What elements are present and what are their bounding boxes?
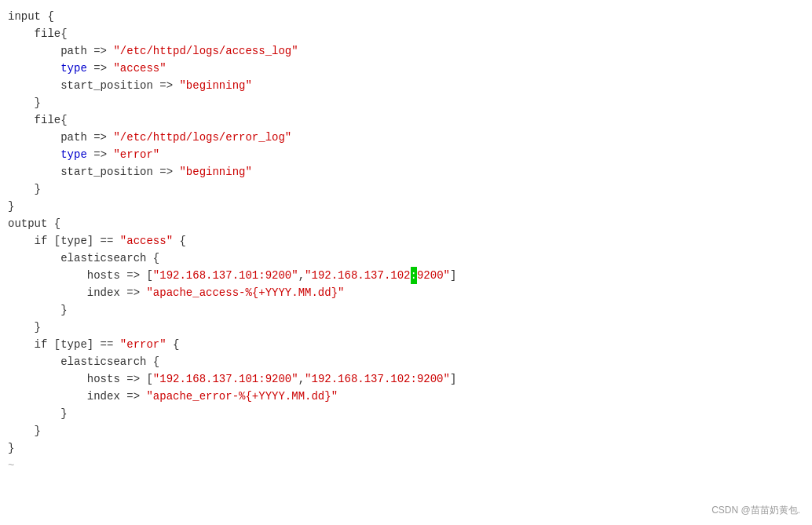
code-text: type => "access" — [8, 60, 166, 77]
code-line: } — [0, 180, 812, 198]
code-line: } — [0, 405, 812, 422]
code-line: type => "error" — [0, 146, 812, 163]
code-text: index => "apache_access-%{+YYYY.MM.dd}" — [8, 284, 344, 301]
code-line: hosts => ["192.168.137.101:9200","192.16… — [0, 370, 812, 388]
code-text: } — [8, 319, 41, 336]
cursor-highlight: : — [411, 267, 417, 284]
code-line: file{ — [0, 25, 812, 42]
code-text: file{ — [8, 25, 68, 42]
code-line: } — [0, 94, 812, 111]
code-area[interactable]: input { file{ path => "/etc/httpd/logs/a… — [0, 0, 812, 525]
code-text: } — [8, 94, 41, 111]
code-line: file{ — [0, 111, 812, 129]
code-line: elasticsearch { — [0, 353, 812, 370]
code-line: } — [0, 301, 812, 319]
code-line: if [type] == "access" { — [0, 232, 812, 250]
code-text: type => "error" — [8, 146, 159, 163]
code-line: } — [0, 198, 812, 215]
code-text: file{ — [8, 111, 68, 129]
tilde-char: ~ — [8, 459, 14, 472]
code-text: start_position => "beginning" — [8, 163, 252, 180]
code-line: path => "/etc/httpd/logs/error_log" — [0, 129, 812, 146]
code-line: } — [0, 319, 812, 336]
code-text: hosts => ["192.168.137.101:9200","192.16… — [8, 370, 456, 388]
code-line: elasticsearch { — [0, 250, 812, 267]
code-line: type => "access" — [0, 60, 812, 77]
code-text: if [type] == "access" { — [8, 232, 186, 250]
code-line: index => "apache_error-%{+YYYY.MM.dd}" — [0, 388, 812, 405]
code-line: path => "/etc/httpd/logs/access_log" — [0, 42, 812, 60]
code-text: } — [8, 422, 41, 439]
code-line: start_position => "beginning" — [0, 163, 812, 180]
code-line: start_position => "beginning" — [0, 77, 812, 94]
code-line: } — [0, 422, 812, 439]
watermark-text: CSDN @苗苗奶黄包. — [711, 505, 800, 516]
code-line: input { — [0, 8, 812, 25]
code-text: path => "/etc/httpd/logs/access_log" — [8, 42, 298, 60]
code-text: hosts => ["192.168.137.101:9200","192.16… — [8, 267, 456, 284]
tilde-line: ~ — [0, 457, 812, 474]
code-text: elasticsearch { — [8, 250, 159, 267]
code-text: start_position => "beginning" — [8, 77, 252, 94]
code-text: path => "/etc/httpd/logs/error_log" — [8, 129, 291, 146]
code-text: input { — [8, 8, 54, 25]
code-text: output { — [8, 215, 60, 232]
code-line: output { — [0, 215, 812, 232]
code-text: } — [8, 439, 14, 457]
code-line: } — [0, 439, 812, 457]
code-text: index => "apache_error-%{+YYYY.MM.dd}" — [8, 388, 338, 405]
code-text: } — [8, 405, 68, 422]
code-text: if [type] == "error" { — [8, 336, 179, 353]
code-text: } — [8, 301, 68, 319]
editor-container: input { file{ path => "/etc/httpd/logs/a… — [0, 0, 812, 525]
watermark: CSDN @苗苗奶黄包. — [711, 504, 800, 517]
code-text: } — [8, 198, 14, 215]
code-line: index => "apache_access-%{+YYYY.MM.dd}" — [0, 284, 812, 301]
code-line: if [type] == "error" { — [0, 336, 812, 353]
code-text: } — [8, 180, 41, 198]
code-text: elasticsearch { — [8, 353, 159, 370]
code-line: hosts => ["192.168.137.101:9200","192.16… — [0, 267, 812, 284]
